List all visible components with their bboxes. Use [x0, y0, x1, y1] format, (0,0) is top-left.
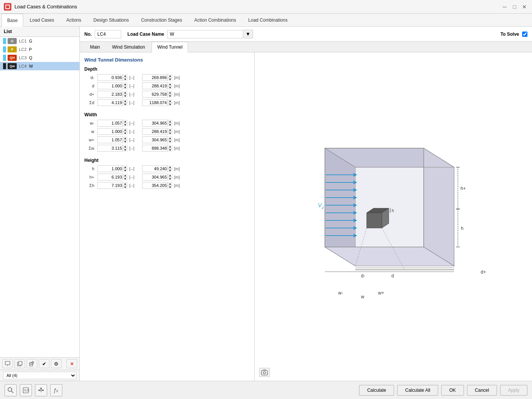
height-h-down[interactable]: ▼ [122, 169, 128, 173]
width-w-up[interactable]: ▲ [122, 128, 128, 132]
height-h-plus-up[interactable]: ▲ [122, 174, 128, 177]
width-w-down[interactable]: ▼ [122, 132, 128, 135]
filter-select[interactable]: All (4) [3, 372, 76, 379]
lc1-badge: G [8, 38, 17, 44]
h-plus-dim-label: h+ [461, 186, 466, 191]
width-sigma-label: Σw [84, 146, 96, 150]
maximize-button[interactable]: □ [511, 3, 518, 11]
cancel-button[interactable]: Cancel [467, 385, 497, 396]
svg-point-48 [263, 372, 266, 374]
to-solve-checkbox[interactable] [522, 32, 527, 37]
tab-wind-tunnel[interactable]: Wind Tunnel [152, 42, 188, 52]
depth-d-minus-down[interactable]: ▼ [122, 78, 128, 81]
depth-d-minus-val2-down[interactable]: ▼ [167, 78, 173, 81]
width-w-plus-up[interactable]: ▲ [122, 136, 128, 140]
nodes-icon-btn[interactable] [35, 384, 47, 396]
width-w-minus-down[interactable]: ▼ [122, 124, 128, 127]
depth-d-plus-down[interactable]: ▼ [122, 95, 128, 98]
height-h-val2-down[interactable]: ▼ [167, 169, 173, 173]
width-w-val2-down[interactable]: ▼ [167, 132, 173, 135]
tab-construction-stages[interactable]: Construction Stages [135, 14, 188, 26]
depth-d-plus-up[interactable]: ▲ [122, 91, 128, 95]
load-case-name-dropdown-btn[interactable]: ▼ [243, 30, 253, 38]
height-h-plus-val2-up[interactable]: ▲ [167, 174, 173, 177]
width-sigma-down[interactable]: ▼ [122, 149, 128, 152]
check-button[interactable]: ✔ [39, 359, 49, 368]
minimize-button[interactable]: ─ [501, 3, 508, 11]
no-input[interactable] [95, 30, 121, 38]
height-h-plus-val2-down[interactable]: ▼ [167, 177, 173, 181]
apply-button[interactable]: Apply [500, 385, 527, 396]
svg-text:z: z [321, 206, 324, 210]
settings-button[interactable]: ⚙ [51, 359, 62, 368]
height-sigma-val2-up[interactable]: ▲ [167, 182, 173, 186]
width-sigma-up[interactable]: ▲ [122, 145, 128, 149]
load-case-name-label: Load Case Name [127, 32, 164, 37]
copy-button[interactable] [14, 359, 25, 368]
lc2-name: P [29, 47, 32, 52]
width-label: Width [84, 112, 250, 117]
depth-d-plus-val2-down[interactable]: ▼ [167, 95, 173, 98]
width-sigma-unit2: [m] [174, 146, 185, 150]
formula-icon-btn[interactable]: ƒx [50, 384, 62, 396]
lc4-stripe [3, 63, 6, 69]
close-button[interactable]: ✕ [521, 3, 528, 11]
edit-button[interactable] [27, 359, 37, 368]
depth-d-plus-val2-up[interactable]: ▲ [167, 91, 173, 95]
screenshot-button[interactable] [259, 368, 270, 377]
width-w-minus-val2-down[interactable]: ▼ [167, 124, 173, 127]
tab-main[interactable]: Main [84, 42, 106, 52]
tab-actions[interactable]: Actions [60, 14, 87, 26]
height-h-plus-down[interactable]: ▼ [122, 177, 128, 181]
height-h-val2-up[interactable]: ▲ [167, 165, 173, 169]
content-tabs: Main Wind Simulation Wind Tunnel [80, 42, 532, 52]
height-sigma-val2-down[interactable]: ▼ [167, 186, 173, 189]
calculator-icon-btn[interactable]: 0.0 [20, 384, 32, 396]
depth-d-minus-up[interactable]: ▲ [122, 74, 128, 78]
depth-d-val2-down[interactable]: ▼ [167, 86, 173, 90]
depth-sigma-down[interactable]: ▼ [122, 103, 128, 106]
load-case-name-select[interactable]: W [167, 30, 243, 38]
depth-d-up[interactable]: ▲ [122, 82, 128, 86]
height-sigma-down[interactable]: ▼ [122, 186, 128, 189]
width-w-plus-val2-down[interactable]: ▼ [167, 140, 173, 144]
width-w-plus-val2-up[interactable]: ▲ [167, 136, 173, 140]
width-row-w-plus: w+ ▲▼ [--] ▲▼ [m] [84, 136, 250, 143]
width-w-minus-up[interactable]: ▲ [122, 120, 128, 124]
width-w-val2-up[interactable]: ▲ [167, 128, 173, 132]
tab-design-situations[interactable]: Design Situations [88, 14, 135, 26]
width-sigma-val2-down[interactable]: ▼ [167, 149, 173, 152]
delete-button[interactable]: ✕ [66, 359, 77, 368]
tab-load-cases[interactable]: Load Cases [24, 14, 60, 26]
list-item-lc3[interactable]: QH LC3 Q [0, 54, 79, 62]
depth-d-minus-val2-up[interactable]: ▲ [167, 74, 173, 78]
height-sigma-up[interactable]: ▲ [122, 182, 128, 186]
depth-d-val2-up[interactable]: ▲ [167, 82, 173, 86]
depth-sigma-val2-up[interactable]: ▲ [167, 99, 173, 103]
tab-load-combinations[interactable]: Load Combinations [242, 14, 293, 26]
height-sigma-label: Σh [84, 183, 96, 188]
calculate-all-button[interactable]: Calculate All [397, 385, 438, 396]
width-w-minus-val2-up[interactable]: ▲ [167, 120, 173, 124]
depth-section: Depth d- ▲▼ [--] ▲▼ [m] d ▲▼ [--] ▲▼ [m] [84, 66, 250, 106]
tab-wind-simulation[interactable]: Wind Simulation [106, 42, 151, 52]
depth-d-down[interactable]: ▼ [122, 86, 128, 90]
calculate-button[interactable]: Calculate [359, 385, 394, 396]
tab-base[interactable]: Base [2, 14, 23, 27]
width-sigma-val2-up[interactable]: ▲ [167, 145, 173, 149]
list-header: List [0, 27, 79, 37]
list-item-lc1[interactable]: G LC1 G [0, 37, 79, 45]
left-panel: List G LC1 G P LC2 P QH LC3 Q [0, 27, 80, 381]
depth-sigma-up[interactable]: ▲ [122, 99, 128, 103]
h-building-label: h [392, 209, 394, 213]
list-item-lc2[interactable]: P LC2 P [0, 45, 79, 54]
add-button[interactable] [2, 359, 13, 368]
width-w-plus-down[interactable]: ▼ [122, 140, 128, 144]
search-icon-btn[interactable] [5, 384, 17, 396]
ok-button[interactable]: OK [441, 385, 464, 396]
tab-action-combinations[interactable]: Action Combinations [188, 14, 242, 26]
height-h-up[interactable]: ▲ [122, 165, 128, 169]
height-h-unit2: [m] [174, 166, 185, 171]
depth-sigma-val2-down[interactable]: ▼ [167, 103, 173, 106]
list-item-lc4[interactable]: Qw LC4 W [0, 62, 79, 70]
